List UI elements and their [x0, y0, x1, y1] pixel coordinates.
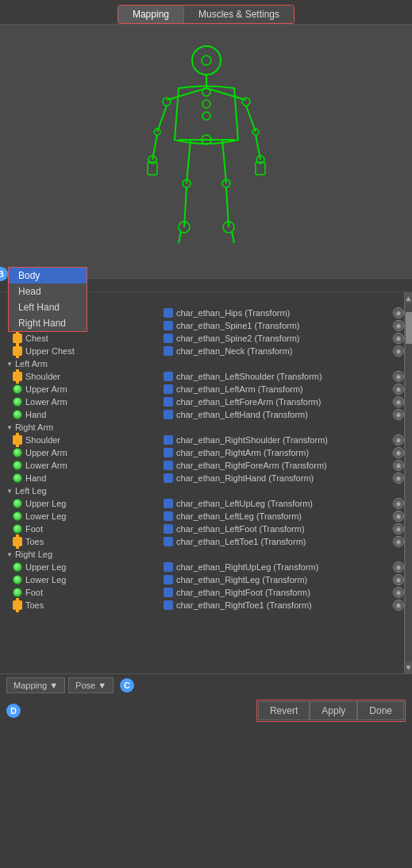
preview-area: B Body Head Left Hand Right Hand: [0, 25, 412, 279]
bone-target-btn-la-lower-arm[interactable]: ◉: [393, 396, 404, 407]
dropdown-item-head[interactable]: Head: [9, 284, 87, 299]
transform-icon-hips: [164, 308, 173, 318]
svg-point-7: [202, 112, 210, 120]
bone-value-rl-lower-leg: char_ethan_RightLeg (Transform): [164, 575, 390, 584]
revert-button[interactable]: Revert: [258, 701, 310, 720]
table-row: Toes char_ethan_RightToe1 (Transform) ◉: [0, 599, 404, 611]
bone-value-la-shoulder: char_ethan_LeftShoulder (Transform): [164, 372, 390, 381]
transform-icon-ra-shoulder: [164, 435, 173, 445]
collapse-right-leg-icon[interactable]: ▼: [6, 551, 13, 558]
collapse-left-leg-icon[interactable]: ▼: [6, 488, 13, 495]
dropdown-item-left-hand[interactable]: Left Hand: [9, 299, 87, 315]
bone-target-btn-chest[interactable]: ◉: [393, 333, 404, 344]
bone-value-ll-lower-leg: char_ethan_LeftLeg (Transform): [164, 511, 390, 521]
svg-line-22: [187, 140, 191, 183]
tab-mapping[interactable]: Mapping: [118, 6, 184, 23]
bone-target-btn-upper-chest[interactable]: ◉: [393, 345, 404, 357]
group-right-leg: ▼ Right Leg: [0, 548, 404, 561]
tab-muscles[interactable]: Muscles & Settings: [184, 6, 294, 23]
table-row: Hand char_ethan_RightHand (Transform) ◉: [0, 472, 404, 484]
svg-point-0: [192, 46, 221, 75]
table-row: Lower Arm char_ethan_LeftForeArm (Transf…: [0, 395, 404, 408]
bone-target-btn-ra-upper-arm[interactable]: ◉: [393, 447, 404, 458]
table-row: Upper Leg char_ethan_LeftUpLeg (Transfor…: [0, 497, 404, 510]
table-row: Upper Arm char_ethan_LeftArm (Transform)…: [0, 383, 404, 395]
svg-line-31: [232, 232, 234, 243]
bone-target-btn-hips[interactable]: ◉: [393, 307, 404, 318]
bone-name-la-lower-arm: Lower Arm: [13, 397, 164, 407]
bone-target-btn-rl-toes[interactable]: ◉: [393, 600, 404, 611]
bone-target-btn-la-upper-arm[interactable]: ◉: [393, 384, 404, 395]
scroll-track[interactable]: [406, 304, 412, 662]
transform-icon-upper-chest: [164, 346, 173, 356]
bone-status-icon-ll-lower-leg: [13, 511, 22, 521]
bone-target-btn-ll-toes[interactable]: ◉: [393, 536, 404, 547]
bone-value-spine: char_ethan_Spine1 (Transform): [164, 321, 390, 330]
body-part-dropdown[interactable]: Body Head Left Hand Right Hand: [8, 267, 87, 332]
scroll-up-icon[interactable]: ▲: [403, 292, 412, 304]
bone-name-ra-lower-arm: Lower Arm: [13, 461, 164, 470]
bone-target-btn-la-shoulder[interactable]: ◉: [393, 371, 404, 382]
main-container: Mapping Muscles & Settings A: [0, 0, 412, 868]
bone-target-btn-rl-upper-leg[interactable]: ◉: [393, 561, 404, 573]
collapse-right-arm-icon[interactable]: ▼: [6, 424, 13, 431]
scrollbar[interactable]: ▲ ▼: [404, 292, 412, 673]
bone-status-icon-ll-toes: [13, 537, 22, 546]
table-row: Lower Arm char_ethan_RightForeArm (Trans…: [0, 459, 404, 472]
transform-icon-rl-upper-leg: [164, 562, 173, 572]
pose-label: Pose: [75, 681, 95, 690]
bone-value-upper-chest: char_ethan_Neck (Transform): [164, 346, 390, 356]
bone-target-btn-la-hand[interactable]: ◉: [393, 409, 404, 420]
footer-buttons: D Revert Apply Done: [0, 696, 412, 725]
bone-value-ra-shoulder: char_ethan_RightShoulder (Transform): [164, 435, 390, 445]
pose-dropdown-button[interactable]: Pose ▼: [68, 677, 114, 693]
svg-line-27: [222, 140, 226, 183]
svg-line-15: [246, 106, 256, 132]
bone-target-btn-ll-upper-leg[interactable]: ◉: [393, 498, 404, 509]
collapse-left-arm-icon[interactable]: ▼: [6, 361, 13, 368]
bone-status-icon-chest: [13, 334, 22, 343]
bone-value-rl-foot: char_ethan_RightFoot (Transform): [164, 588, 390, 597]
pose-dropdown-arrow: ▼: [98, 681, 106, 690]
bone-value-la-lower-arm: char_ethan_LeftForeArm (Transform): [164, 397, 390, 407]
bone-target-btn-ll-foot[interactable]: ◉: [393, 523, 404, 534]
bone-target-btn-ra-hand[interactable]: ◉: [393, 473, 404, 484]
group-left-leg-label: Left Leg: [15, 486, 47, 496]
svg-point-5: [202, 88, 210, 96]
bone-target-btn-spine[interactable]: ◉: [393, 320, 404, 331]
bone-target-btn-ra-lower-arm[interactable]: ◉: [393, 460, 404, 471]
mapping-dropdown-button[interactable]: Mapping ▼: [6, 677, 65, 693]
transform-icon-ra-hand: [164, 473, 173, 483]
bone-status-icon-la-lower-arm: [13, 397, 22, 407]
bone-name-rl-foot: Foot: [13, 588, 164, 597]
bone-value-ra-hand: char_ethan_RightHand (Transform): [164, 473, 390, 483]
bone-target-btn-rl-foot[interactable]: ◉: [393, 587, 404, 598]
done-button[interactable]: Done: [357, 701, 404, 720]
top-tabs: Mapping Muscles & Settings A: [0, 0, 412, 25]
dropdown-item-body[interactable]: Body: [9, 268, 87, 284]
bone-name-ra-shoulder: Shoulder: [13, 435, 164, 445]
apply-button[interactable]: Apply: [310, 701, 357, 720]
group-left-arm-label: Left Arm: [15, 359, 48, 368]
group-right-leg-label: Right Leg: [15, 550, 52, 559]
body-figure: [135, 37, 278, 267]
bone-status-icon-ll-foot: [13, 524, 22, 534]
transform-icon-ra-lower-arm: [164, 461, 173, 470]
bone-value-ll-foot: char_ethan_LeftFoot (Transform): [164, 524, 390, 534]
scroll-down-icon[interactable]: ▼: [403, 662, 412, 673]
bone-target-btn-rl-lower-leg[interactable]: ◉: [393, 574, 404, 585]
bone-target-btn-ra-shoulder[interactable]: ◉: [393, 434, 404, 446]
transform-icon-rl-toes: [164, 600, 173, 610]
dropdown-item-right-hand[interactable]: Right Hand: [9, 315, 87, 331]
table-row: Chest char_ethan_Spine2 (Transform) ◉: [0, 332, 404, 345]
scroll-thumb[interactable]: [406, 312, 412, 344]
bone-status-icon-ra-upper-arm: [13, 448, 22, 457]
bone-status-icon-ll-upper-leg: [13, 499, 22, 508]
transform-icon-rl-foot: [164, 588, 173, 597]
bone-name-la-shoulder: Shoulder: [13, 372, 164, 381]
bone-target-btn-ll-lower-leg[interactable]: ◉: [393, 511, 404, 522]
transform-icon-ll-lower-leg: [164, 511, 173, 521]
table-row: Foot char_ethan_LeftFoot (Transform) ◉: [0, 523, 404, 535]
bone-status-icon-rl-upper-leg: [13, 562, 22, 572]
bone-value-la-hand: char_ethan_LeftHand (Transform): [164, 410, 390, 419]
